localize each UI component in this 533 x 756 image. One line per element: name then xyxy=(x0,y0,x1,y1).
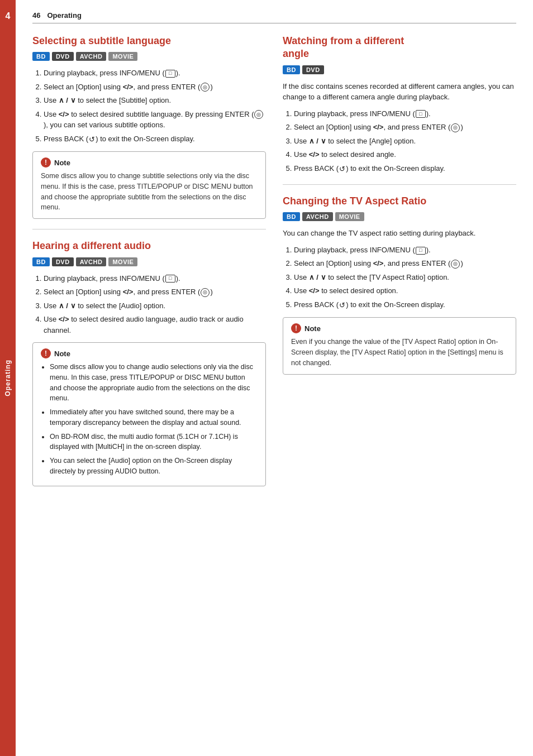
note-text-subtitle: Some discs allow you to change subtitle … xyxy=(41,171,258,213)
sidebar-number: 4 xyxy=(6,11,11,21)
step-audio-1: During playback, press INFO/MENU (□). xyxy=(44,273,266,284)
badge-movie: MOVIE xyxy=(108,52,137,61)
badge-bd-audio: BD xyxy=(32,257,50,266)
main-content: 46 Operating Selecting a subtitle langua… xyxy=(16,0,533,756)
icon-back-angle: ↺ xyxy=(339,164,345,175)
left-column: Selecting a subtitle language BD DVD AVC… xyxy=(32,35,266,496)
step-angle-3: Use ∧ / ∨ to select the [Angle] option. xyxy=(294,136,516,147)
note-audio-item-3: On BD-ROM disc, the multi audio format (… xyxy=(50,432,258,453)
note-label-audio: Note xyxy=(54,350,70,358)
steps-audio: During playback, press INFO/MENU (□). Se… xyxy=(32,273,266,336)
right-column: Watching from a different angle BD DVD I… xyxy=(283,35,516,496)
note-list-audio: Some discs allow you to change audio sel… xyxy=(41,362,258,477)
page-number: 46 xyxy=(32,11,40,20)
icon-menu-audio-1: □ xyxy=(165,275,175,283)
sidebar-tab: 4 Operating xyxy=(0,0,16,756)
note-audio-item-1: Some discs allow you to change audio sel… xyxy=(50,362,258,404)
note-icon-subtitle: ! xyxy=(41,157,51,168)
heading-selecting-subtitle: Selecting a subtitle language xyxy=(32,35,266,47)
badge-avchd-audio: AVCHD xyxy=(76,257,107,266)
step-angle-1: During playback, press INFO/MENU (□). xyxy=(294,108,516,119)
step-audio-3: Use ∧ / ∨ to select the [Audio] option. xyxy=(44,300,266,312)
note-header-audio: ! Note xyxy=(41,348,258,358)
badge-avchd: AVCHD xyxy=(76,52,107,61)
icon-enter-angle-1: ◎ xyxy=(451,123,460,132)
desc-tv: You can change the TV aspect ratio setti… xyxy=(283,228,516,239)
page-header: 46 Operating xyxy=(32,11,516,23)
divider-1 xyxy=(32,229,266,229)
icon-enter-tv-1: ◎ xyxy=(451,260,460,269)
note-audio-item-2: Immediately after you have switched soun… xyxy=(50,407,258,428)
badge-avchd-tv: AVCHD xyxy=(302,212,333,221)
heading-angle-line2: angle xyxy=(283,48,309,59)
note-audio-item-4: You can select the [Audio] option on the… xyxy=(50,456,258,477)
note-icon-audio: ! xyxy=(41,348,51,358)
note-header-subtitle: ! Note xyxy=(41,157,258,168)
badge-bd: BD xyxy=(32,52,50,61)
badge-row-angle: BD DVD xyxy=(283,65,516,74)
icon-menu-1: □ xyxy=(165,70,175,78)
icon-menu-tv-1: □ xyxy=(416,247,426,255)
badge-movie-tv: MOVIE xyxy=(335,212,364,221)
note-box-audio: ! Note Some discs allow you to change au… xyxy=(32,342,266,486)
icon-menu-angle-1: □ xyxy=(416,110,426,118)
step-tv-1: During playback, press INFO/MENU (□). xyxy=(294,245,516,256)
note-label-subtitle: Note xyxy=(54,159,70,167)
note-box-subtitle: ! Note Some discs allow you to change su… xyxy=(32,151,266,219)
note-box-tv: ! Note Even if you change the value of t… xyxy=(283,317,516,374)
section-hearing-audio: Hearing a different audio BD DVD AVCHD M… xyxy=(32,240,266,486)
step-subtitle-5: Press BACK (↺) to exit the On-Screen dis… xyxy=(44,133,266,145)
badge-row-audio: BD DVD AVCHD MOVIE xyxy=(32,257,266,266)
section-tv-aspect: Changing the TV Aspect Ratio BD AVCHD MO… xyxy=(283,195,516,374)
note-label-tv: Note xyxy=(304,324,321,333)
step-subtitle-2: Select an [Option] using </>, and press … xyxy=(44,82,266,93)
badge-row-tv: BD AVCHD MOVIE xyxy=(283,212,516,221)
heading-hearing-audio: Hearing a different audio xyxy=(32,240,266,252)
step-angle-4: Use </> to select desired angle. xyxy=(294,149,516,160)
icon-back-tv: ↺ xyxy=(339,300,345,311)
badge-dvd-audio: DVD xyxy=(52,257,74,266)
steps-subtitle: During playback, press INFO/MENU (□). Se… xyxy=(32,68,266,145)
icon-enter-2: ◎ xyxy=(254,110,263,119)
step-subtitle-1: During playback, press INFO/MENU (□). xyxy=(44,68,266,79)
two-columns: Selecting a subtitle language BD DVD AVC… xyxy=(32,35,516,496)
note-text-tv: Even if you change the value of the [TV … xyxy=(291,337,508,368)
step-tv-2: Select an [Option] using </>, and press … xyxy=(294,258,516,269)
step-tv-3: Use ∧ / ∨ to select the [TV Aspect Ratio… xyxy=(294,272,516,283)
step-angle-2: Select an [Option] using </>, and press … xyxy=(294,122,516,133)
steps-angle: During playback, press INFO/MENU (□). Se… xyxy=(283,108,516,174)
page-title-header: Operating xyxy=(47,11,81,20)
step-angle-5: Press BACK (↺) to exit the On-Screen dis… xyxy=(294,163,516,174)
step-tv-5: Press BACK (↺) to exit the On-Screen dis… xyxy=(294,299,516,310)
sidebar-label: Operating xyxy=(4,360,12,396)
step-audio-4: Use </> to select desired audio language… xyxy=(44,314,266,336)
heading-tv-aspect: Changing the TV Aspect Ratio xyxy=(283,195,516,208)
steps-tv: During playback, press INFO/MENU (□). Se… xyxy=(283,245,516,310)
icon-enter-audio-1: ◎ xyxy=(201,288,210,297)
heading-watching-angle: Watching from a different angle xyxy=(283,35,516,61)
badge-row-subtitle: BD DVD AVCHD MOVIE xyxy=(32,52,266,61)
divider-2 xyxy=(283,184,516,185)
section-watching-angle: Watching from a different angle BD DVD I… xyxy=(283,35,516,174)
section-selecting-subtitle: Selecting a subtitle language BD DVD AVC… xyxy=(32,35,266,219)
badge-dvd: DVD xyxy=(52,52,74,61)
badge-bd-angle: BD xyxy=(283,65,300,74)
note-header-tv: ! Note xyxy=(291,323,508,333)
page-container: 4 Operating 46 Operating Selecting a sub… xyxy=(0,0,533,756)
step-subtitle-3: Use ∧ / ∨ to select the [Subtitle] optio… xyxy=(44,95,266,106)
step-subtitle-4: Use </> to select desired subtitle langu… xyxy=(44,109,266,131)
badge-dvd-angle: DVD xyxy=(302,65,324,74)
step-tv-4: Use </> to select desired option. xyxy=(294,285,516,296)
step-audio-2: Select an [Option] using </>, and press … xyxy=(44,286,266,298)
icon-enter-1: ◎ xyxy=(201,83,210,92)
badge-movie-audio: MOVIE xyxy=(108,257,137,266)
badge-bd-tv: BD xyxy=(283,212,300,221)
note-icon-tv: ! xyxy=(291,323,301,333)
desc-angle: If the disc contains scenes recorded at … xyxy=(283,81,516,103)
heading-angle-line1: Watching from a different xyxy=(283,35,404,46)
icon-back-1: ↺ xyxy=(89,134,95,145)
